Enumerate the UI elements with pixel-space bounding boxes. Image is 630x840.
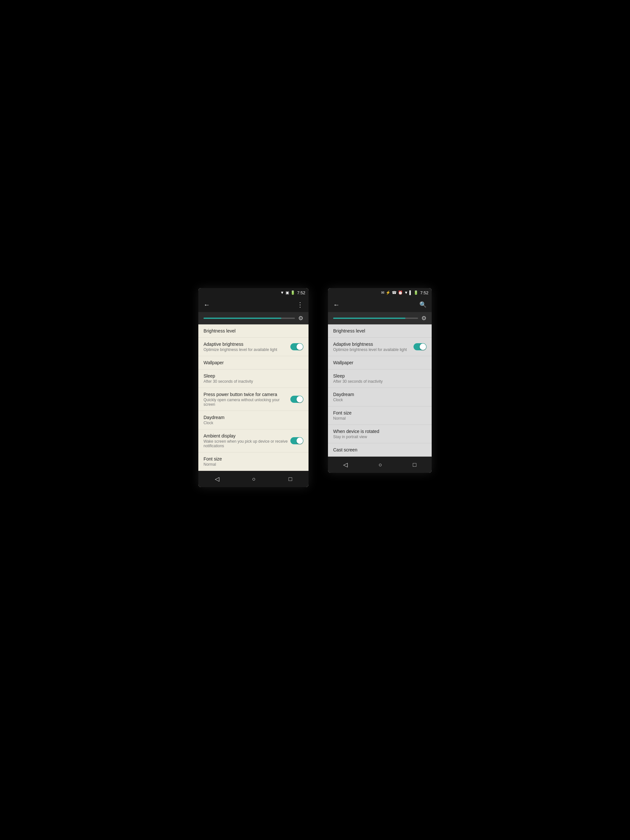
phone2-sleep-title: Sleep (333, 373, 426, 379)
phone2-adaptive-brightness[interactable]: Adaptive brightness Optimize brightness … (328, 338, 432, 356)
phone1-adaptive-brightness-subtitle: Optimize brightness level for available … (204, 347, 291, 352)
phone1-sleep[interactable]: Sleep After 30 seconds of inactivity (198, 369, 308, 388)
phone1-brightness-label: Brightness level (204, 328, 303, 333)
phone1-sleep-title: Sleep (204, 373, 303, 379)
phone2-back-button[interactable]: ← (330, 298, 342, 311)
phone1-camera-shortcut[interactable]: Press power button twice for camera Quic… (198, 388, 308, 411)
phone1-font-size-content: Font size Normal (204, 456, 303, 467)
phone2-rotation-title: When device is rotated (333, 429, 426, 434)
phone2-recent-nav[interactable]: □ (410, 459, 419, 471)
phone2-adaptive-brightness-content: Adaptive brightness Optimize brightness … (333, 341, 414, 352)
phone1-ambient-display-title: Ambient display (204, 433, 291, 439)
wifi2-icon: ▼ (404, 291, 408, 295)
phone1-toolbar: ← ⋮ (198, 297, 308, 312)
phone1-ambient-display-content: Ambient display Wake screen when you pic… (204, 433, 291, 448)
phone2-daydream-subtitle: Clock (333, 398, 426, 402)
phone2-search-button[interactable]: 🔍 (417, 298, 429, 311)
sim-icon: ▣ (286, 291, 289, 295)
phone2-daydream[interactable]: Daydream Clock (328, 388, 432, 406)
phone1-wallpaper-title: Wallpaper (204, 360, 303, 365)
phone2-rotation-subtitle: Stay in portrait view (333, 434, 426, 439)
phone1-adaptive-brightness[interactable]: Adaptive brightness Optimize brightness … (198, 338, 308, 356)
phone2-rotation[interactable]: When device is rotated Stay in portrait … (328, 425, 432, 443)
phone1-wallpaper-content: Wallpaper (204, 360, 303, 365)
phone1-brightness-row[interactable]: ⚙ (198, 312, 308, 324)
mail-icon: ✉ (381, 291, 384, 295)
phone2-font-size-title: Font size (333, 410, 426, 415)
phone2-wallpaper[interactable]: Wallpaper (328, 356, 432, 369)
phone1-brightness-label-row: Brightness level (198, 324, 308, 338)
phone2-daydream-title: Daydream (333, 392, 426, 397)
phone-icon: ☎ (392, 291, 397, 295)
phone1-status-bar: ▼ ▣ 🔋 7:52 (198, 288, 308, 297)
phone1-brightness-icon: ⚙ (298, 315, 303, 322)
phones-container: ▼ ▣ 🔋 7:52 ← ⋮ ⚙ Brightness level (198, 288, 432, 487)
phone2-status-bar: ✉ ⚡ ☎ ⏰ ▼ ▌ 🔋 7:52 (328, 288, 432, 297)
phone1-font-size-title: Font size (204, 456, 303, 461)
phone2-cast-screen[interactable]: Cast screen (328, 443, 432, 456)
phone1-nav-bar: ◁ ○ □ (198, 471, 308, 487)
phone2-home-nav[interactable]: ○ (376, 459, 385, 471)
phone-2: ✉ ⚡ ☎ ⏰ ▼ ▌ 🔋 7:52 ← 🔍 ⚙ Brightne (328, 288, 432, 473)
phone1-camera-shortcut-knob (297, 396, 303, 403)
phone2-daydream-content: Daydream Clock (333, 392, 426, 402)
phone1-brightness-slider[interactable] (204, 317, 295, 319)
phone1-adaptive-brightness-title: Adaptive brightness (204, 341, 291, 347)
phone2-wallpaper-content: Wallpaper (333, 360, 426, 365)
bluetooth-icon: ⚡ (386, 291, 390, 295)
phone1-home-nav[interactable]: ○ (249, 473, 258, 485)
signal-icon: ▌ (409, 291, 412, 295)
phone1-status-icons: ▼ ▣ 🔋 (280, 291, 295, 295)
phone2-time: 7:52 (420, 291, 428, 295)
phone2-sleep-subtitle: After 30 seconds of inactivity (333, 379, 426, 384)
phone2-settings-list: Adaptive brightness Optimize brightness … (328, 338, 432, 456)
phone1-wallpaper[interactable]: Wallpaper (198, 356, 308, 369)
phone2-brightness-label-row: Brightness level (328, 324, 432, 338)
phone1-ambient-display-toggle[interactable] (291, 437, 303, 444)
phone1-back-button[interactable]: ← (201, 298, 213, 311)
phone2-cast-screen-title: Cast screen (333, 447, 426, 452)
wifi-icon: ▼ (280, 291, 284, 295)
phone1-back-nav[interactable]: ◁ (212, 473, 222, 485)
phone1-sleep-subtitle: After 30 seconds of inactivity (204, 379, 303, 384)
phone1-daydream[interactable]: Daydream Clock (198, 411, 308, 429)
phone1-brightness-fill (204, 317, 281, 319)
phone1-recent-nav[interactable]: □ (286, 473, 295, 485)
phone2-adaptive-brightness-toggle[interactable] (414, 343, 426, 351)
phone2-adaptive-brightness-knob (420, 344, 426, 350)
phone1-font-size[interactable]: Font size Normal (198, 452, 308, 471)
battery2-icon: 🔋 (414, 291, 418, 295)
phone1-adaptive-brightness-knob (297, 344, 303, 350)
phone2-brightness-label: Brightness level (333, 328, 426, 333)
phone1-more-button[interactable]: ⋮ (294, 298, 306, 311)
phone1-ambient-display-knob (297, 437, 303, 444)
phone2-cast-screen-content: Cast screen (333, 447, 426, 452)
phone1-settings-list: Adaptive brightness Optimize brightness … (198, 338, 308, 471)
phone1-ambient-display[interactable]: Ambient display Wake screen when you pic… (198, 429, 308, 452)
phone2-back-nav[interactable]: ◁ (341, 459, 351, 471)
alarm-icon: ⏰ (398, 291, 403, 295)
phone2-font-size[interactable]: Font size Normal (328, 406, 432, 425)
phone1-daydream-content: Daydream Clock (204, 415, 303, 425)
phone1-adaptive-brightness-content: Adaptive brightness Optimize brightness … (204, 341, 291, 352)
phone2-adaptive-brightness-subtitle: Optimize brightness level for available … (333, 347, 414, 352)
phone2-font-size-subtitle: Normal (333, 416, 426, 421)
phone2-brightness-slider[interactable] (333, 317, 418, 319)
battery-icon: 🔋 (291, 291, 295, 295)
phone1-daydream-title: Daydream (204, 415, 303, 420)
phone2-toolbar: ← 🔍 (328, 297, 432, 312)
phone2-adaptive-brightness-title: Adaptive brightness (333, 341, 414, 347)
phone1-camera-shortcut-subtitle: Quickly open camera without unlocking yo… (204, 398, 291, 407)
phone1-adaptive-brightness-toggle[interactable] (291, 343, 303, 351)
phone2-sleep-content: Sleep After 30 seconds of inactivity (333, 373, 426, 384)
phone1-time: 7:52 (297, 291, 305, 295)
phone2-sleep[interactable]: Sleep After 30 seconds of inactivity (328, 369, 432, 388)
phone2-brightness-row[interactable]: ⚙ (328, 312, 432, 324)
phone2-status-icons: ✉ ⚡ ☎ ⏰ ▼ ▌ 🔋 (381, 291, 418, 295)
phone1-daydream-subtitle: Clock (204, 421, 303, 425)
phone1-font-size-subtitle: Normal (204, 462, 303, 467)
phone1-camera-shortcut-toggle[interactable] (291, 396, 303, 403)
phone1-brightness-label-content: Brightness level (204, 328, 303, 333)
phone1-camera-shortcut-content: Press power button twice for camera Quic… (204, 392, 291, 407)
phone2-font-size-content: Font size Normal (333, 410, 426, 421)
